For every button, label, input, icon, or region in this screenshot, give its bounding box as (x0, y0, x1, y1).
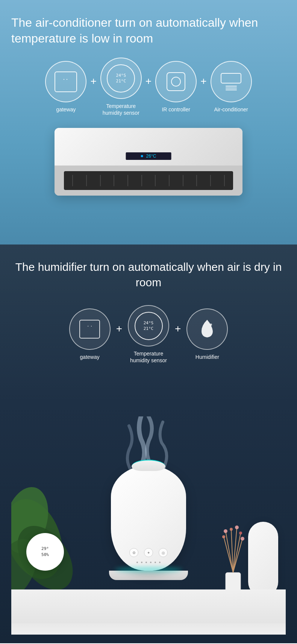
gateway-dark-label: gateway (80, 354, 100, 360)
svg-point-13 (230, 528, 233, 531)
vent-3 (100, 175, 101, 186)
icon-item-temp-sensor-dark: 24°S21°C Temperaturehumidity sensor (128, 305, 169, 364)
humidifier-glow (115, 567, 182, 573)
ir-icon-circle (155, 61, 197, 102)
svg-point-0 (210, 324, 212, 326)
dot-1 (136, 562, 138, 563)
vent-line-1 (226, 86, 237, 87)
dot-5 (155, 562, 156, 563)
dot-6 (159, 562, 161, 563)
flowers-svg (214, 524, 252, 599)
section-ac: The air-conditioner turn on automaticall… (0, 0, 297, 245)
humidifier-icons-row: gateway + 24°S21°C Temperaturehumidity s… (11, 305, 286, 364)
temp-device-screen: 29° 50% (41, 546, 49, 558)
ac-icon-circle (211, 61, 252, 102)
leaf-group (11, 465, 79, 597)
vent-2 (86, 175, 87, 186)
vent-5 (127, 175, 128, 186)
ac-unit-bottom (55, 166, 242, 196)
plus-sign-4: + (116, 323, 122, 335)
temp-sensor-text: 24°S21°C (116, 73, 126, 84)
humidifier-icon-circle (186, 308, 228, 350)
plus-sign-2: + (145, 75, 152, 87)
ac-unit: 26°C (55, 128, 242, 196)
humidifier-cap (132, 460, 165, 471)
drop-svg (197, 318, 218, 340)
ac-vents-icon (226, 86, 237, 90)
gateway-dark-icon-circle (69, 308, 111, 350)
speaker-device (248, 522, 278, 597)
ac-display-dot (141, 155, 143, 157)
ac-vents (64, 171, 233, 190)
ac-icons-row: gateway + 24°S21°C Temperaturehumidity s… (11, 58, 286, 116)
temp-sensor-dark-icon-circle: 24°S21°C (128, 305, 169, 346)
dot-2 (141, 562, 142, 563)
icon-item-ac: Air-conditioner (211, 61, 252, 113)
svg-point-12 (224, 529, 227, 533)
bottom-bar (11, 623, 286, 635)
temp-sensor-icon: 24°S21°C (107, 64, 135, 93)
temp-sensor-device: 29° 50% (26, 533, 64, 571)
icon-item-gateway-dark: gateway (69, 308, 111, 360)
ir-label: IR controller (162, 106, 190, 113)
section-humidifier: The humidifier turn on automatically whe… (0, 245, 297, 643)
humidity-reading: 50% (41, 552, 49, 558)
vent-1 (72, 175, 73, 186)
ac-display: 26°C (126, 152, 171, 160)
ir-controller-icon (167, 72, 185, 91)
humidifier-label: Humidifier (195, 354, 219, 360)
temp-sensor-dark-icon: 24°S21°C (135, 312, 163, 340)
plant-area (11, 465, 79, 597)
plus-sign-3: + (200, 75, 206, 87)
section-ac-title: The air-conditioner turn on automaticall… (11, 15, 286, 46)
ac-icon-inner (221, 73, 241, 90)
vent-line-2 (226, 88, 237, 88)
ac-unit-container: 26°C (11, 128, 286, 196)
gateway-icon-circle (45, 61, 86, 102)
icon-item-temp-sensor: 24°S21°C Temperaturehumidity sensor (100, 58, 142, 116)
ac-unit-top: 26°C (55, 128, 242, 166)
gateway-dark-icon (79, 320, 100, 339)
humidifier-scene: ⚙ ✦ ◎ (11, 371, 286, 635)
temp-sensor-dark-label: Temperaturehumidity sensor (130, 350, 167, 364)
humidifier-btn-3[interactable]: ◎ (159, 548, 168, 557)
vent-7 (155, 175, 156, 186)
gateway-label: gateway (56, 106, 76, 113)
section-humidifier-title: The humidifier turn on automatically whe… (11, 260, 286, 290)
humidifier-product: ⚙ ✦ ◎ (107, 465, 190, 597)
humidifier-vase-body: ⚙ ✦ ◎ (111, 465, 186, 571)
ac-temperature: 26°C (146, 153, 156, 159)
dot-3 (145, 562, 147, 563)
vent-9 (183, 175, 183, 186)
svg-line-9 (233, 533, 241, 573)
vent-6 (141, 175, 142, 186)
humidifier-dots-row (136, 562, 161, 563)
humidifier-control-buttons: ⚙ ✦ ◎ (129, 548, 168, 557)
ac-label: Air-conditioner (214, 106, 248, 113)
ac-body-icon (221, 73, 241, 84)
icon-item-gateway: gateway (45, 61, 86, 113)
plant-svg (11, 465, 79, 595)
temp-reading: 29° (41, 546, 49, 552)
temp-sensor-dark-text: 24°S21°C (144, 320, 154, 332)
svg-point-16 (241, 537, 244, 541)
vent-line-3 (226, 90, 237, 90)
vent-4 (114, 175, 114, 186)
temp-sensor-label: Temperaturehumidity sensor (103, 103, 139, 116)
vent-12 (224, 175, 225, 186)
vent-11 (210, 175, 211, 186)
humidifier-btn-1[interactable]: ⚙ (129, 548, 138, 557)
svg-point-14 (235, 526, 239, 529)
temp-sensor-icon-circle: 24°S21°C (100, 58, 142, 99)
humidifier-drop-icon (197, 318, 218, 340)
svg-point-15 (239, 532, 242, 535)
vent-8 (169, 175, 170, 186)
icon-item-humidifier: Humidifier (186, 308, 228, 360)
plus-sign-5: + (175, 323, 181, 335)
dot-4 (150, 562, 152, 563)
gateway-icon (55, 71, 77, 92)
dried-flowers (214, 524, 252, 599)
humidifier-btn-2[interactable]: ✦ (144, 548, 153, 557)
vent-10 (196, 175, 197, 186)
icon-item-ir: IR controller (155, 61, 197, 113)
